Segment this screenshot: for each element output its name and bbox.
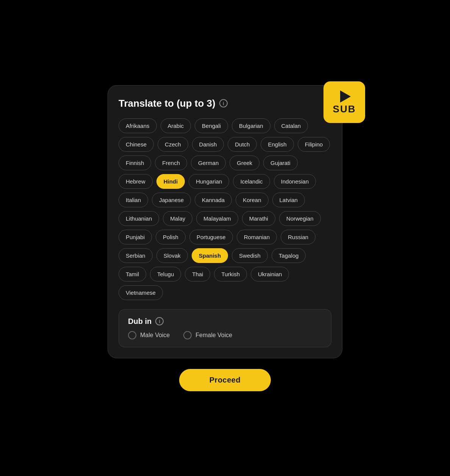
dub-option-male-voice[interactable]: Male Voice [128, 331, 170, 339]
sub-logo: SUB [323, 81, 365, 123]
lang-pill-czech[interactable]: Czech [158, 137, 188, 152]
lang-pill-arabic[interactable]: Arabic [161, 118, 191, 133]
lang-pill-hungarian[interactable]: Hungarian [189, 174, 229, 189]
lang-pill-malay[interactable]: Malay [163, 211, 192, 226]
lang-pill-tamil[interactable]: Tamil [119, 267, 146, 282]
lang-pill-bulgarian[interactable]: Bulgarian [232, 118, 270, 133]
lang-pill-portuguese[interactable]: Portuguese [189, 230, 233, 244]
lang-pill-german[interactable]: German [191, 156, 226, 170]
translate-info-icon[interactable]: i [219, 99, 228, 107]
play-icon [340, 90, 351, 103]
translate-title-text: Translate to (up to 3) [119, 98, 216, 109]
dub-title-text: Dub in [128, 317, 152, 326]
lang-pill-malayalam[interactable]: Malayalam [196, 211, 238, 226]
lang-pill-afrikaans[interactable]: Afrikaans [119, 118, 157, 133]
lang-pill-french[interactable]: French [155, 156, 187, 170]
lang-pill-indonesian[interactable]: Indonesian [274, 174, 316, 189]
lang-pill-thai[interactable]: Thai [185, 267, 210, 282]
lang-pill-catalan[interactable]: Catalan [274, 118, 308, 133]
dub-info-icon[interactable]: i [155, 317, 164, 325]
lang-pill-korean[interactable]: Korean [236, 193, 268, 207]
dub-option-label-1: Female Voice [195, 332, 232, 339]
lang-pill-vietnamese[interactable]: Vietnamese [119, 285, 163, 300]
lang-pill-norwegian[interactable]: Norwegian [279, 211, 321, 226]
card-title: Translate to (up to 3) i [119, 98, 331, 109]
lang-pill-bengali[interactable]: Bengali [195, 118, 228, 133]
lang-pill-tagalog[interactable]: Tagalog [272, 248, 306, 263]
dub-card: Dub in i Male Voice Female Voice [119, 309, 331, 347]
dub-title: Dub in i [128, 317, 322, 326]
main-card: Translate to (up to 3) i AfrikaansArabic… [108, 85, 342, 358]
lang-pill-lithuanian[interactable]: Lithuanian [119, 211, 159, 226]
lang-pill-filipino[interactable]: Filipino [298, 137, 330, 152]
lang-pill-kannada[interactable]: Kannada [195, 193, 232, 207]
lang-pill-spanish[interactable]: Spanish [192, 248, 228, 263]
lang-pill-hindi[interactable]: Hindi [156, 174, 185, 189]
lang-pill-telugu[interactable]: Telugu [150, 267, 181, 282]
lang-pill-english[interactable]: English [261, 137, 294, 152]
lang-pill-polish[interactable]: Polish [156, 230, 186, 244]
lang-pill-swedish[interactable]: Swedish [232, 248, 268, 263]
lang-pill-greek[interactable]: Greek [230, 156, 259, 170]
lang-pill-turkish[interactable]: Turkish [214, 267, 247, 282]
radio-circle-0 [128, 331, 136, 339]
lang-pill-japanese[interactable]: Japanese [152, 193, 191, 207]
lang-pill-hebrew[interactable]: Hebrew [119, 174, 153, 189]
lang-pill-finnish[interactable]: Finnish [119, 156, 151, 170]
lang-pill-punjabi[interactable]: Punjabi [119, 230, 152, 244]
lang-pill-slovak[interactable]: Slovak [156, 248, 188, 263]
lang-pill-marathi[interactable]: Marathi [242, 211, 275, 226]
lang-pill-danish[interactable]: Danish [192, 137, 224, 152]
lang-pill-italian[interactable]: Italian [119, 193, 148, 207]
lang-pill-icelandic[interactable]: Icelandic [233, 174, 270, 189]
lang-pill-serbian[interactable]: Serbian [119, 248, 153, 263]
lang-pill-romanian[interactable]: Romanian [237, 230, 277, 244]
outer-wrapper: SUB Translate to (up to 3) i AfrikaansAr… [108, 85, 342, 391]
dub-option-label-0: Male Voice [140, 332, 170, 339]
dub-option-female-voice[interactable]: Female Voice [183, 331, 232, 339]
proceed-button[interactable]: Proceed [179, 369, 271, 391]
lang-pill-russian[interactable]: Russian [281, 230, 316, 244]
lang-pill-chinese[interactable]: Chinese [119, 137, 154, 152]
lang-pill-dutch[interactable]: Dutch [228, 137, 257, 152]
lang-pill-latvian[interactable]: Latvian [272, 193, 305, 207]
radio-circle-1 [183, 331, 192, 339]
sub-logo-text: SUB [333, 104, 356, 114]
language-grid: AfrikaansArabicBengaliBulgarianCatalanCh… [119, 118, 331, 300]
dub-options: Male Voice Female Voice [128, 331, 322, 339]
lang-pill-ukrainian[interactable]: Ukrainian [251, 267, 289, 282]
lang-pill-gujarati[interactable]: Gujarati [263, 156, 298, 170]
